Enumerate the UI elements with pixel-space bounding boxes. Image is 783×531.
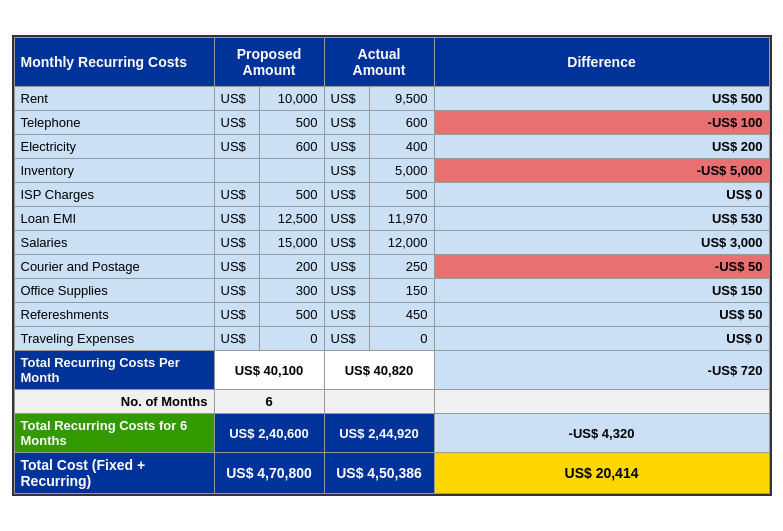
total-month-label: Total Recurring Costs Per Month (14, 351, 214, 390)
table-row: Refereshments US$ 500 US$ 450 US$ 50 (14, 303, 769, 327)
main-container: Monthly Recurring Costs Proposed Amount … (12, 35, 772, 496)
act-currency: US$ (324, 231, 369, 255)
prop-value: 0 (259, 327, 324, 351)
act-currency: US$ (324, 135, 369, 159)
act-value: 0 (369, 327, 434, 351)
months-value: 6 (214, 390, 324, 414)
grand-label: Total Cost (Fixed + Recurring) (14, 453, 214, 494)
act-currency: US$ (324, 207, 369, 231)
row-name: Electricity (14, 135, 214, 159)
months-label: No. of Months (14, 390, 214, 414)
grand-total-row: Total Cost (Fixed + Recurring) US$ 4,70,… (14, 453, 769, 494)
total-month-row: Total Recurring Costs Per Month US$ 40,1… (14, 351, 769, 390)
prop-value: 500 (259, 183, 324, 207)
prop-value: 300 (259, 279, 324, 303)
prop-currency: US$ (214, 87, 259, 111)
row-name: Courier and Postage (14, 255, 214, 279)
header-category: Monthly Recurring Costs (14, 38, 214, 87)
act-value: 9,500 (369, 87, 434, 111)
prop-value: 200 (259, 255, 324, 279)
diff-value: -US$ 50 (434, 255, 769, 279)
prop-currency: US$ (214, 279, 259, 303)
months-diff-empty (434, 390, 769, 414)
header-row: Monthly Recurring Costs Proposed Amount … (14, 38, 769, 87)
table-row: Office Supplies US$ 300 US$ 150 US$ 150 (14, 279, 769, 303)
prop-currency: US$ (214, 327, 259, 351)
diff-value: US$ 150 (434, 279, 769, 303)
prop-currency (214, 159, 259, 183)
table-row: Courier and Postage US$ 200 US$ 250 -US$… (14, 255, 769, 279)
diff-value: US$ 0 (434, 183, 769, 207)
diff-value: US$ 530 (434, 207, 769, 231)
row-name: Traveling Expenses (14, 327, 214, 351)
table-row: Inventory US$ 5,000 -US$ 5,000 (14, 159, 769, 183)
table-row: Electricity US$ 600 US$ 400 US$ 200 (14, 135, 769, 159)
act-currency: US$ (324, 111, 369, 135)
row-name: Office Supplies (14, 279, 214, 303)
header-proposed: Proposed Amount (214, 38, 324, 87)
act-value: 400 (369, 135, 434, 159)
prop-currency: US$ (214, 135, 259, 159)
act-currency: US$ (324, 303, 369, 327)
prop-value: 500 (259, 111, 324, 135)
row-name: Salaries (14, 231, 214, 255)
grand-act: US$ 4,50,386 (324, 453, 434, 494)
act-value: 500 (369, 183, 434, 207)
diff-value: -US$ 100 (434, 111, 769, 135)
total6-row: Total Recurring Costs for 6 Months US$ 2… (14, 414, 769, 453)
total-month-prop: US$ 40,100 (214, 351, 324, 390)
prop-value (259, 159, 324, 183)
act-value: 11,970 (369, 207, 434, 231)
diff-value: US$ 500 (434, 87, 769, 111)
act-currency: US$ (324, 327, 369, 351)
total6-prop: US$ 2,40,600 (214, 414, 324, 453)
act-currency: US$ (324, 87, 369, 111)
act-value: 5,000 (369, 159, 434, 183)
act-value: 600 (369, 111, 434, 135)
grand-prop: US$ 4,70,800 (214, 453, 324, 494)
act-value: 450 (369, 303, 434, 327)
prop-currency: US$ (214, 303, 259, 327)
table-row: Rent US$ 10,000 US$ 9,500 US$ 500 (14, 87, 769, 111)
diff-value: US$ 50 (434, 303, 769, 327)
row-name: ISP Charges (14, 183, 214, 207)
prop-value: 10,000 (259, 87, 324, 111)
prop-currency: US$ (214, 231, 259, 255)
prop-currency: US$ (214, 183, 259, 207)
total6-act: US$ 2,44,920 (324, 414, 434, 453)
total-month-diff: -US$ 720 (434, 351, 769, 390)
row-name: Refereshments (14, 303, 214, 327)
prop-currency: US$ (214, 255, 259, 279)
row-name: Loan EMI (14, 207, 214, 231)
total6-diff: -US$ 4,320 (434, 414, 769, 453)
diff-value: US$ 3,000 (434, 231, 769, 255)
table-row: Telephone US$ 500 US$ 600 -US$ 100 (14, 111, 769, 135)
row-name: Telephone (14, 111, 214, 135)
months-empty (324, 390, 434, 414)
total6-label: Total Recurring Costs for 6 Months (14, 414, 214, 453)
act-currency: US$ (324, 183, 369, 207)
act-currency: US$ (324, 279, 369, 303)
grand-diff: US$ 20,414 (434, 453, 769, 494)
row-name: Inventory (14, 159, 214, 183)
act-currency: US$ (324, 159, 369, 183)
table-row: Traveling Expenses US$ 0 US$ 0 US$ 0 (14, 327, 769, 351)
total-month-act: US$ 40,820 (324, 351, 434, 390)
diff-value: US$ 0 (434, 327, 769, 351)
table-row: Loan EMI US$ 12,500 US$ 11,970 US$ 530 (14, 207, 769, 231)
prop-currency: US$ (214, 207, 259, 231)
act-value: 150 (369, 279, 434, 303)
act-value: 12,000 (369, 231, 434, 255)
header-difference: Difference (434, 38, 769, 87)
prop-currency: US$ (214, 111, 259, 135)
header-actual: Actual Amount (324, 38, 434, 87)
prop-value: 12,500 (259, 207, 324, 231)
table-row: ISP Charges US$ 500 US$ 500 US$ 0 (14, 183, 769, 207)
diff-value: -US$ 5,000 (434, 159, 769, 183)
table-row: Salaries US$ 15,000 US$ 12,000 US$ 3,000 (14, 231, 769, 255)
prop-value: 600 (259, 135, 324, 159)
act-value: 250 (369, 255, 434, 279)
months-row: No. of Months 6 (14, 390, 769, 414)
diff-value: US$ 200 (434, 135, 769, 159)
act-currency: US$ (324, 255, 369, 279)
